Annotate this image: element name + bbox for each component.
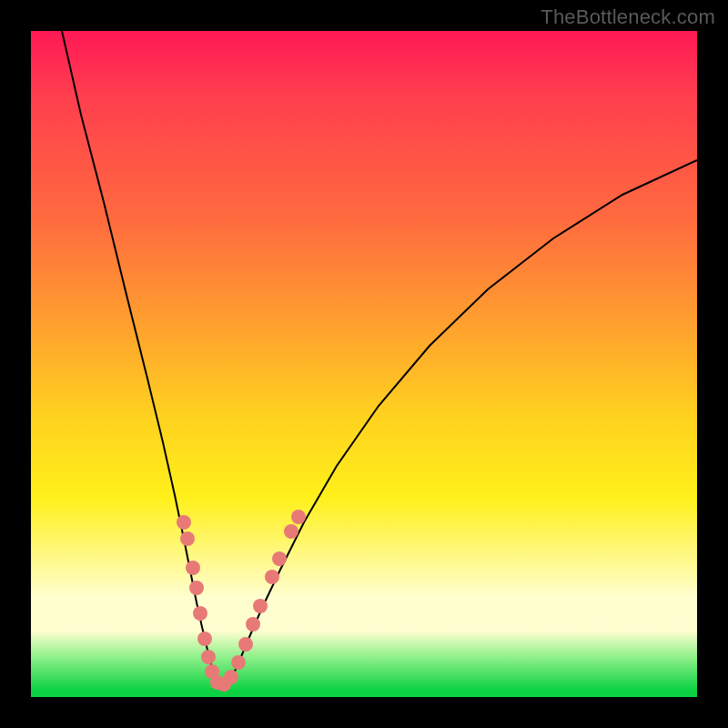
marker-dot: [177, 515, 191, 530]
marker-dot: [186, 561, 200, 575]
marker-dot: [265, 570, 279, 584]
marker-dot: [238, 637, 253, 652]
marker-dot: [272, 551, 287, 566]
marker-dot: [189, 581, 204, 595]
marker-dot: [291, 510, 306, 524]
marker-dot: [246, 617, 260, 632]
plot-area: [31, 31, 697, 697]
marker-dot: [201, 650, 216, 664]
outer-frame: TheBottleneck.com: [0, 0, 728, 728]
marker-dot: [180, 531, 195, 546]
marker-dot: [253, 599, 268, 613]
marker-dot: [231, 655, 246, 670]
marker-dot: [284, 524, 298, 539]
curve-right-branch: [228, 160, 697, 686]
watermark-text: TheBottleneck.com: [541, 5, 715, 29]
chart-svg: [31, 31, 697, 697]
marker-dot: [193, 606, 207, 621]
marker-dot: [224, 670, 238, 684]
marker-dot: [197, 632, 212, 646]
